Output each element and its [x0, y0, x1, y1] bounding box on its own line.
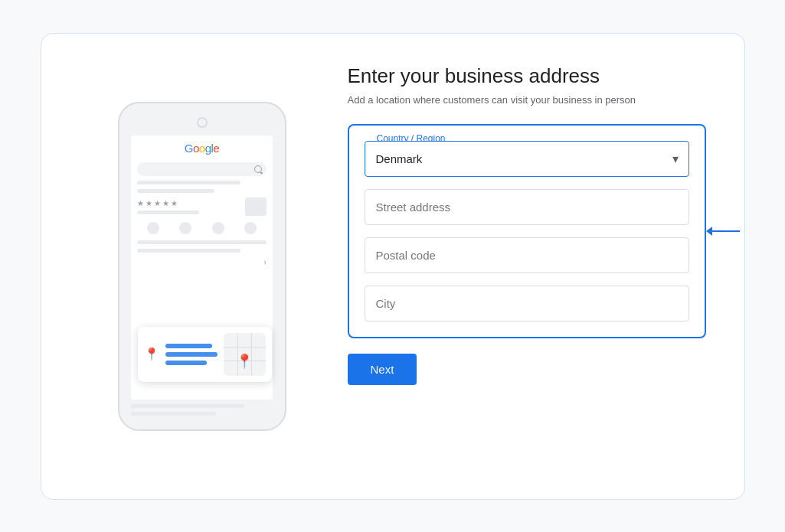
gray-line-3	[137, 211, 199, 214]
map-pin-icon: 📍	[236, 353, 253, 370]
gray-line-7	[131, 412, 216, 416]
page-subtitle: Add a location where customers can visit…	[348, 94, 706, 106]
form-section: Enter your business address Add a locati…	[332, 64, 706, 468]
phone-shell: Google ★ ★ ★ ★ ★	[118, 102, 286, 431]
gray-line-5	[137, 249, 240, 253]
gray-line-4	[137, 240, 267, 244]
country-field-group: Country / Region Denmark	[365, 141, 689, 177]
arrow-head-icon	[706, 227, 712, 236]
card-text-lines	[165, 344, 218, 365]
arrow-line	[712, 230, 740, 232]
more-icon-mock	[212, 222, 224, 234]
city-field-group	[365, 286, 689, 321]
location-icon-mock	[179, 222, 191, 234]
city-input[interactable]	[365, 286, 689, 321]
icons-row	[137, 220, 267, 236]
phone-camera	[197, 117, 208, 128]
store-icon-mock	[245, 197, 267, 216]
location-card-overlay: 📍 📍	[138, 327, 272, 382]
street-address-input[interactable]	[365, 189, 689, 225]
card-line-1	[165, 344, 212, 348]
store-row: ★ ★ ★ ★ ★	[137, 197, 267, 216]
search-bar-mock	[137, 162, 267, 176]
gray-line-1	[137, 181, 240, 184]
card-line-3	[165, 361, 207, 365]
mini-map: 📍	[224, 333, 266, 376]
page-title: Enter your business address	[348, 64, 706, 88]
phone-mockup-section: Google ★ ★ ★ ★ ★	[72, 64, 332, 468]
pin-icon-left: 📍	[144, 347, 159, 361]
chevron-row: ›	[137, 257, 267, 266]
street-field-group	[365, 189, 689, 225]
side-arrow-indicator	[706, 227, 740, 236]
main-card: Google ★ ★ ★ ★ ★	[41, 33, 745, 500]
phone-bottom-section	[131, 404, 273, 416]
next-button[interactable]: Next	[348, 354, 417, 385]
share-icon-mock	[244, 222, 257, 234]
postal-code-input[interactable]	[365, 237, 689, 273]
phone-icon-mock	[147, 222, 159, 234]
search-icon-mock	[254, 165, 262, 173]
country-select[interactable]: Denmark	[365, 141, 689, 177]
gray-line-2	[137, 189, 214, 193]
gray-line-6	[131, 404, 244, 408]
address-form-box: Country / Region Denmark	[348, 124, 706, 338]
card-line-2	[165, 352, 218, 357]
google-logo: Google	[137, 142, 267, 155]
country-select-wrapper[interactable]: Denmark	[365, 141, 689, 177]
postal-field-group	[365, 237, 689, 273]
map-grid-h1	[224, 347, 266, 348]
stars-row: ★ ★ ★ ★ ★	[137, 199, 240, 207]
